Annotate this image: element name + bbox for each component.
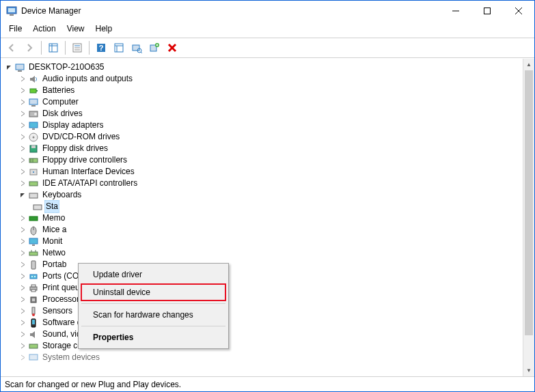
chevron-right-icon[interactable] [18, 319, 27, 327]
tree-category[interactable]: Mice a [3, 224, 523, 236]
toolbar: ? [1, 38, 534, 58]
svg-point-62 [31, 276, 33, 277]
menu-uninstall-device[interactable]: Uninstall device [81, 283, 226, 301]
svg-rect-29 [18, 70, 22, 72]
tree-category[interactable]: DVD/CD-ROM drives [3, 131, 523, 143]
menu-help[interactable]: Help [92, 23, 117, 35]
tree-category[interactable]: System devices [3, 352, 523, 363]
add-legacy-button[interactable] [146, 40, 163, 56]
scroll-down-button[interactable]: ▼ [523, 365, 534, 376]
chevron-right-icon[interactable] [18, 331, 27, 339]
chevron-right-icon[interactable] [18, 342, 27, 350]
chevron-right-icon[interactable] [18, 354, 27, 362]
tree-device-keyboard[interactable]: Sta [3, 201, 523, 212]
svg-rect-56 [32, 244, 35, 246]
chevron-right-icon[interactable] [18, 180, 27, 188]
tree-label: Disk drives [42, 108, 83, 120]
minimize-button[interactable] [440, 1, 471, 21]
back-button[interactable] [3, 40, 20, 56]
chevron-right-icon[interactable] [18, 272, 27, 281]
svg-rect-47 [29, 182, 38, 186]
statusbar-text: Scan for changed or new Plug and Play de… [5, 380, 181, 389]
show-hidden-button[interactable] [111, 40, 127, 56]
forward-button[interactable] [21, 40, 38, 56]
toolbar-separator [41, 41, 42, 55]
chevron-right-icon[interactable] [18, 261, 27, 269]
help-button[interactable]: ? [93, 40, 109, 56]
tree-category[interactable]: Human Interface Devices [3, 166, 523, 178]
scroll-up-button[interactable]: ▲ [523, 59, 534, 70]
disk-icon [28, 109, 39, 120]
chevron-right-icon[interactable] [18, 75, 27, 83]
close-button[interactable] [503, 1, 534, 21]
chevron-right-icon[interactable] [18, 156, 27, 165]
chevron-right-icon[interactable] [18, 145, 27, 153]
chevron-right-icon[interactable] [18, 98, 27, 107]
toolbar-separator [65, 41, 66, 55]
chevron-right-icon[interactable] [18, 133, 27, 141]
tree-category[interactable]: Floppy drive controllers [3, 154, 523, 166]
tree-category[interactable]: Audio inputs and outputs [3, 73, 523, 85]
chevron-right-icon[interactable] [18, 296, 27, 304]
tree-category[interactable]: Batteries [3, 85, 523, 96]
menubar: File Action View Help [1, 21, 534, 38]
tree-label: Netwo [42, 247, 66, 259]
tree-label: Human Interface Devices [42, 166, 135, 178]
svg-text:?: ? [99, 44, 104, 52]
printer-icon [28, 283, 39, 294]
properties-button[interactable] [69, 40, 85, 56]
keyboard-icon [28, 190, 39, 201]
scroll-thumb[interactable] [525, 70, 533, 335]
svg-rect-74 [29, 354, 38, 360]
uninstall-button[interactable] [164, 40, 180, 56]
svg-rect-19 [133, 45, 139, 51]
tree-category[interactable]: Floppy disk drives [3, 143, 523, 154]
tree-root[interactable]: DESKTOP-210O635 [3, 61, 523, 73]
chevron-down-icon[interactable] [18, 191, 27, 199]
chevron-right-icon[interactable] [18, 87, 27, 95]
svg-rect-33 [31, 105, 36, 107]
tree-category[interactable]: IDE ATA/ATAPI controllers [3, 178, 523, 189]
svg-rect-2 [10, 14, 14, 16]
chevron-right-icon[interactable] [18, 110, 27, 118]
chevron-right-icon[interactable] [18, 214, 27, 223]
toolbar-separator [89, 41, 90, 55]
network-icon [28, 248, 39, 259]
window-controls [440, 1, 534, 21]
tree-category[interactable]: Disk drives [3, 108, 523, 120]
tree-category[interactable]: Netwo [3, 247, 523, 259]
menu-properties[interactable]: Properties [81, 328, 226, 346]
tree-label: Monit [42, 236, 63, 247]
svg-rect-68 [32, 298, 35, 301]
chevron-down-icon[interactable] [5, 64, 13, 72]
svg-point-46 [33, 171, 34, 173]
chevron-right-icon[interactable] [18, 284, 27, 292]
chevron-right-icon[interactable] [18, 168, 27, 176]
menu-update-driver[interactable]: Update driver [81, 266, 226, 283]
chevron-right-icon[interactable] [18, 307, 27, 316]
tree-category[interactable]: Monit [3, 236, 523, 247]
tree-category[interactable]: Computer [3, 96, 523, 108]
menu-action[interactable]: Action [29, 23, 59, 35]
maximize-button[interactable] [471, 1, 503, 21]
svg-rect-36 [29, 122, 38, 128]
show-hide-tree-button[interactable] [45, 40, 61, 56]
chevron-right-icon[interactable] [18, 249, 27, 257]
tree-category-keyboards[interactable]: Keyboards [3, 189, 523, 201]
tree-category[interactable]: Display adapters [3, 120, 523, 131]
scan-hardware-button[interactable] [128, 40, 145, 56]
menu-view[interactable]: View [63, 23, 89, 35]
display-icon [28, 120, 39, 131]
chevron-right-icon[interactable] [18, 122, 27, 130]
computer-icon [28, 97, 39, 108]
menu-scan-hardware[interactable]: Scan for hardware changes [81, 306, 226, 324]
svg-rect-73 [29, 344, 38, 348]
monitor-icon [28, 236, 39, 247]
menu-file[interactable]: File [5, 23, 26, 35]
scroll-track[interactable] [523, 70, 534, 365]
chevron-right-icon[interactable] [18, 238, 27, 246]
chevron-right-icon[interactable] [18, 226, 27, 234]
tree-label: System devices [42, 352, 100, 363]
tree-category[interactable]: Memo [3, 212, 523, 224]
vertical-scrollbar[interactable]: ▲ ▼ [523, 59, 534, 376]
